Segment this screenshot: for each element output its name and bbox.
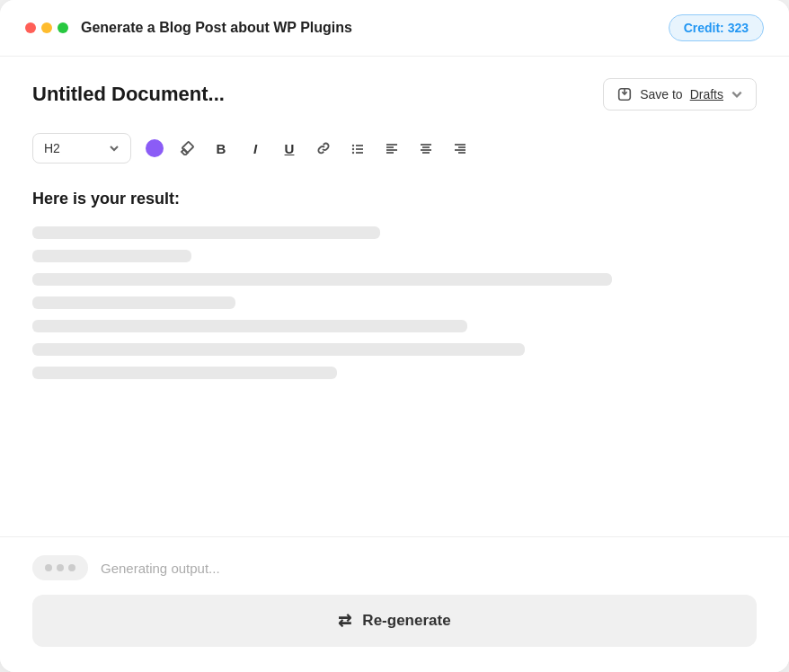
footer-area: Generating output... ⇄ Re-generate — [0, 536, 789, 672]
save-drafts-button[interactable]: Save to Drafts — [603, 78, 757, 111]
italic-button[interactable]: I — [239, 132, 271, 164]
skeleton-line — [32, 296, 235, 309]
loader-dot-1 — [45, 564, 52, 571]
link-button[interactable] — [307, 132, 340, 164]
doc-header-row: Untitled Document... Save to Drafts — [32, 78, 757, 111]
skeleton-line — [32, 320, 467, 332]
doc-title: Untitled Document... — [32, 83, 225, 106]
generating-text: Generating output... — [101, 561, 220, 576]
heading-value: H2 — [44, 141, 60, 155]
header: Generate a Blog Post about WP Plugins Cr… — [0, 0, 789, 57]
bullet-list-icon — [350, 141, 365, 155]
bullet-list-button[interactable] — [341, 132, 374, 164]
heading-chevron-icon — [109, 143, 120, 154]
highlight-button[interactable] — [171, 132, 203, 164]
traffic-lights — [25, 22, 68, 33]
maximize-dot[interactable] — [58, 22, 68, 33]
chevron-down-icon — [731, 88, 743, 101]
link-icon — [316, 141, 331, 155]
minimize-dot[interactable] — [41, 22, 52, 33]
save-icon — [616, 86, 633, 102]
loader-dot-3 — [68, 564, 75, 571]
dots-loader — [32, 555, 88, 580]
header-left: Generate a Blog Post about WP Plugins — [25, 20, 352, 36]
highlight-icon — [180, 141, 194, 155]
skeleton-line — [32, 273, 612, 286]
toolbar: H2 B I — [32, 132, 757, 164]
heading-select[interactable]: H2 — [32, 133, 131, 164]
arrows-icon: ⇄ — [338, 611, 351, 631]
header-title: Generate a Blog Post about WP Plugins — [81, 20, 352, 36]
align-center-icon — [419, 141, 433, 155]
bold-button[interactable]: B — [205, 132, 237, 164]
skeleton-line — [32, 367, 337, 379]
document-area: Untitled Document... Save to Drafts — [0, 57, 789, 536]
bold-icon: B — [217, 141, 226, 156]
generating-row: Generating output... — [32, 555, 757, 580]
underline-icon: U — [285, 141, 295, 156]
svg-point-5 — [352, 148, 354, 150]
regenerate-label: Re-generate — [362, 612, 450, 630]
save-label: Save to — [640, 87, 682, 102]
svg-point-7 — [352, 152, 354, 154]
drafts-label: Drafts — [690, 87, 723, 102]
credit-badge: Credit: 323 — [669, 14, 764, 41]
align-right-button[interactable] — [444, 132, 476, 164]
underline-button[interactable]: U — [273, 132, 306, 164]
app-container: Generate a Blog Post about WP Plugins Cr… — [0, 0, 789, 672]
align-center-button[interactable] — [410, 132, 442, 164]
align-left-button[interactable] — [376, 132, 408, 164]
loader-dot-2 — [57, 564, 64, 571]
svg-point-3 — [352, 145, 354, 146]
svg-rect-2 — [182, 142, 194, 154]
regenerate-button[interactable]: ⇄ Re-generate — [32, 595, 757, 647]
result-label: Here is your result: — [32, 190, 757, 208]
close-dot[interactable] — [25, 22, 36, 33]
skeleton-line — [32, 250, 191, 262]
skeleton-line — [32, 343, 525, 356]
align-left-icon — [385, 141, 399, 155]
align-right-icon — [453, 141, 467, 155]
skeleton-line — [32, 226, 380, 239]
skeleton-lines — [32, 226, 757, 379]
color-swatch[interactable] — [146, 139, 164, 157]
italic-icon: I — [253, 141, 257, 156]
